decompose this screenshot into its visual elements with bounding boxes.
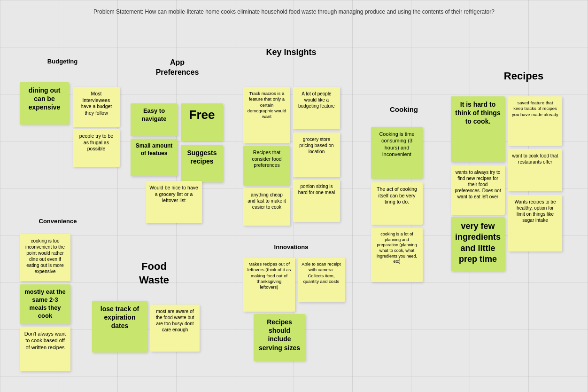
note-grocery-list: Would be nice to have a grocery list or …	[146, 181, 202, 223]
note-wants-always: wants to always try to find new recipes …	[451, 165, 505, 215]
recipes-label: Recipes	[488, 66, 559, 92]
note-it-is-hard: It is hard to think of things to cook.	[451, 96, 505, 162]
note-free: Free	[181, 103, 223, 141]
note-want-cook-restaurants: want to cook food that restaurants offer	[508, 149, 562, 191]
note-wants-healthy: Wants recipes to be healthy, option for …	[508, 195, 562, 251]
note-track-macros: Track macros is a feature that only a ce…	[243, 87, 290, 143]
note-portion-sizing: portion sizing is hard for one meal	[293, 180, 340, 222]
innovations-label: Innovations	[261, 240, 322, 256]
app-preferences-label: App Preferences	[146, 54, 209, 96]
note-recipes-serving: Recipes should include serving sizes	[254, 314, 305, 361]
convenience-label: Convenience	[32, 214, 84, 233]
note-cooking-planning: cooking is a lot of planning and prepara…	[371, 228, 423, 282]
note-recipes-food-pref: Recipes that consider food preferences	[243, 146, 290, 186]
problem-statement: Problem Statement: How can mobile-litera…	[0, 8, 588, 15]
note-dont-always: Don't always want to cook based off of w…	[20, 327, 70, 371]
note-act-of-cooking: The act of cooking itself can be very ti…	[371, 182, 423, 225]
food-waste-label: Food Waste	[126, 256, 182, 298]
note-able-to-scan: Able to scan receipt with camera. Collec…	[298, 258, 345, 302]
key-insights-label: Key Insights	[261, 43, 322, 81]
note-grocery-pricing: grocery store pricing based on location	[293, 133, 340, 177]
note-cheap-fast: anything cheap and fast to make it easie…	[243, 188, 290, 226]
note-dining-out: dining out can be expensive	[20, 82, 69, 125]
note-people-try: people try to be as frugal as possible	[73, 129, 120, 167]
note-suggests-recipes: Suggests recipes	[181, 145, 223, 182]
note-cooking-inconvenient: Cooking is time consuming (3 hours) and …	[371, 127, 423, 179]
note-small-amount: Small amount of featues	[131, 139, 178, 176]
note-mostly-same: mostly eat the same 2-3 meals they cook	[20, 284, 70, 324]
note-most-aware: most are aware of the food waste but are…	[150, 305, 200, 352]
cooking-label: Cooking	[376, 101, 432, 125]
note-easy-navigate: Easy to navigate	[131, 103, 178, 136]
note-lose-track: lose track of expiration dates	[92, 301, 147, 353]
note-saved-feature: saved feature that keep tracks of recipe…	[508, 96, 562, 146]
note-very-few: very few ingredients and little prep tim…	[451, 217, 505, 271]
note-makes-recipes: Makes recipes out of leftovers (think of…	[243, 258, 295, 312]
affinity-board: Problem Statement: How can mobile-litera…	[0, 0, 588, 392]
note-cooking-inconvenient2: cooking is too inconvenient to the point…	[20, 234, 70, 281]
note-most-interviewees: Most interviewees have a budget they fol…	[73, 87, 120, 127]
note-a-lot-people: A lot of people would like a budgeting f…	[293, 87, 340, 129]
budgeting-label: Budgeting	[37, 54, 88, 75]
